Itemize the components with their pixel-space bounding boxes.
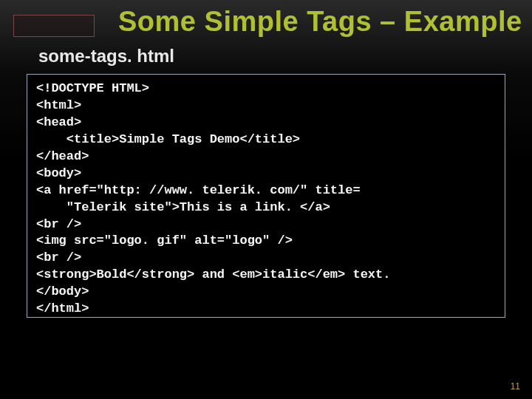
slide-title: Some Simple Tags – Example (118, 6, 522, 38)
filename-label: some-tags. html (38, 46, 174, 66)
slide: Some Simple Tags – Example some-tags. ht… (0, 0, 532, 399)
code-block: <!DOCTYPE HTML> <html> <head> <title>Sim… (27, 74, 505, 318)
page-number: 11 (511, 381, 520, 392)
accent-bar (13, 15, 95, 37)
